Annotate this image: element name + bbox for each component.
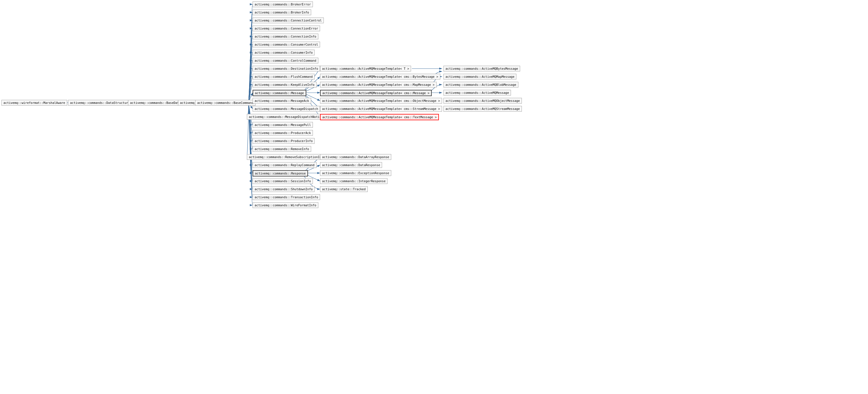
- node-amq-msg-template-map: activemq::commands::ActiveMQMessageTempl…: [320, 82, 437, 88]
- node-amq-msg-template-t: activemq::commands::ActiveMQMessageTempl…: [320, 66, 411, 71]
- node-connection-info: activemq::commands::ConnectionInfo: [253, 34, 318, 39]
- node-amq-bytes-message: activemq::commands::ActiveMQBytesMessage: [443, 66, 520, 71]
- node-base-command: activemq::commands::BaseCommand: [195, 100, 255, 106]
- node-producer-info: activemq::commands::ProducerInfo: [253, 138, 315, 144]
- node-amq-blob-message: activemq::commands::ActiveMQBlobMessage: [443, 82, 518, 88]
- node-tracked: activemq::state::Tracked: [320, 186, 368, 192]
- node-consumer-info: activemq::commands::ConsumerInfo: [253, 50, 315, 55]
- node-amq-msg-template-stream: activemq::commands::ActiveMQMessageTempl…: [320, 106, 442, 111]
- node-producer-ack: activemq::commands::ProducerAck: [253, 130, 313, 136]
- node-shutdown-info: activemq::commands::ShutdownInfo: [253, 186, 315, 192]
- node-remove-subscription-info: activemq::commands::RemoveSubscriptionIn…: [247, 154, 327, 160]
- node-exception-response: activemq::commands::ExceptionResponse: [320, 170, 391, 176]
- node-keep-alive-info: activemq::commands::KeepAliveInfo: [253, 82, 317, 88]
- node-message: activemq::commands::Message: [253, 90, 306, 96]
- node-remove-info: activemq::commands::RemoveInfo: [253, 146, 311, 152]
- node-broker-info: activemq::commands::BrokerInfo: [253, 9, 311, 15]
- node-transaction-info: activemq::commands::TransactionInfo: [253, 194, 320, 200]
- node-integer-response: activemq::commands::IntegerResponse: [320, 178, 388, 184]
- node-data-response: activemq::commands::DataResponse: [320, 162, 382, 168]
- node-connection-control: activemq::commands::ConnectionControl: [253, 18, 324, 23]
- node-broker-error: activemq::commands::BrokerError: [253, 1, 313, 7]
- node-amq-object-message: activemq::commands::ActiveMQObjectMessag…: [443, 98, 522, 104]
- node-amq-message: activemq::commands::ActiveMQMessage: [443, 90, 511, 96]
- diagram-container: activemq::wireformat::MarshalAware activ…: [0, 0, 868, 394]
- node-message-pull: activemq::commands::MessagePull: [253, 122, 313, 128]
- node-destination-info: activemq::commands::DestinationInfo: [253, 66, 320, 71]
- node-response: activemq::commands::Response: [253, 170, 308, 176]
- node-amq-msg-template-bytes: activemq::commands::ActiveMQMessageTempl…: [320, 74, 440, 79]
- node-session-info: activemq::commands::SessionInfo: [253, 178, 313, 184]
- connection-lines: [0, 0, 868, 394]
- node-marshal-aware: activemq::wireformat::MarshalAware: [1, 100, 67, 106]
- node-amq-msg-template-text: activemq::commands::ActiveMQMessageTempl…: [320, 114, 439, 120]
- node-wire-format-info: activemq::commands::WireFormatInfo: [253, 202, 318, 208]
- node-flush-command: activemq::commands::FlushCommand: [253, 74, 315, 79]
- node-amq-map-message: activemq::commands::ActiveMQMapMessage: [443, 74, 516, 79]
- node-control-command: activemq::commands::ControlCommand: [253, 58, 318, 63]
- node-connection-error: activemq::commands::ConnectionError: [253, 26, 320, 31]
- node-amq-msg-template-msg: activemq::commands::ActiveMQMessageTempl…: [320, 90, 432, 96]
- node-data-array-response: activemq::commands::DataArrayResponse: [320, 154, 391, 160]
- node-data-structure: activemq::commands::DataStructure: [68, 100, 132, 106]
- node-replay-command: activemq::commands::ReplayCommand: [253, 162, 317, 168]
- node-message-ack: activemq::commands::MessageAck: [253, 98, 311, 104]
- node-consumer-control: activemq::commands::ConsumerControl: [253, 42, 320, 47]
- node-amq-stream-message: activemq::commands::ActiveMQStreamMessag…: [443, 106, 522, 111]
- node-amq-msg-template-obj: activemq::commands::ActiveMQMessageTempl…: [320, 98, 442, 104]
- node-message-dispatch: activemq::commands::MessageDispatch: [253, 106, 320, 111]
